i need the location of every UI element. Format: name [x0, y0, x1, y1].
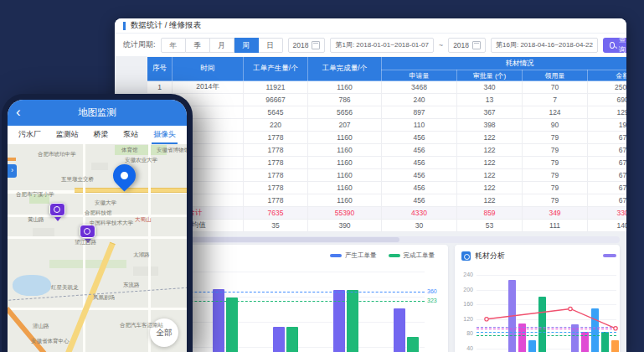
table-body: 12014年1192111603468340702506296667786240…: [147, 81, 627, 232]
chart-icon: [461, 251, 471, 261]
camera-marker[interactable]: [49, 203, 65, 216]
table-cell: 390: [308, 220, 382, 232]
table-cell: 330: [588, 207, 627, 220]
table-cell: 456: [382, 169, 457, 182]
col-header-created: 工单产生量/个: [244, 57, 308, 81]
phone-screen: ‹ 地图监测 污水厂 监测站 桥梁 泵站 摄像头: [8, 100, 187, 352]
table-cell: 1778: [244, 182, 308, 194]
map-canvas[interactable]: › 全部 合肥市琥珀中学体育馆安徽农业大学安徽省博物馆五里墩立交桥合肥市宁溪小学…: [8, 144, 187, 352]
table-cell: 122: [457, 144, 523, 157]
back-chevron-icon[interactable]: ‹: [16, 102, 21, 122]
subheader-amount: 金额: [588, 70, 627, 81]
table-cell: 456: [382, 144, 457, 157]
table-cell: 110: [382, 119, 457, 132]
legend-item-created[interactable]: 产生工单量: [330, 251, 377, 260]
period-option-week[interactable]: 周: [234, 38, 259, 53]
period-option-year[interactable]: 年: [161, 38, 186, 53]
tab-camera[interactable]: 摄像头: [152, 126, 178, 144]
legend-item-completed[interactable]: 完成工单量: [389, 251, 435, 260]
table-cell: 456: [382, 157, 457, 169]
table-cell: 1160: [308, 169, 382, 182]
consumables-chart-card: 耗材分析 2402001601208040: [455, 245, 620, 352]
end-year-value: 2018: [453, 41, 469, 49]
table-header-row: 序号 时间 工单产生量/个 工单完成量/个 耗材情况: [147, 57, 627, 70]
map-road-yellow: [75, 188, 187, 193]
end-week-input[interactable]: 第16周: 2018-04-16~2018-04-22: [491, 38, 598, 53]
page: 数据统计 / 维修报表 统计周期: 年 季 月 周 日 2018 第1周: 20…: [0, 0, 644, 352]
y-axis-tick-label: 200: [456, 287, 473, 292]
map-poi-label: 太湖路: [133, 251, 150, 259]
table-cell: 367: [457, 106, 523, 119]
map-poi-label: 合肥市琥珀中学: [38, 151, 76, 158]
consumables-chart-header: 耗材分析: [455, 245, 620, 261]
table-cell: 67: [588, 144, 627, 157]
table-cell: 13: [457, 94, 523, 106]
map-building-block: [133, 267, 158, 276]
y-axis-tick-label: 80: [456, 330, 473, 336]
table-cell: 5645: [244, 106, 308, 119]
period-option-quarter[interactable]: 季: [186, 38, 210, 53]
y-axis-tick-label: 40: [456, 345, 473, 351]
table-cell: 1778: [244, 132, 308, 144]
range-separator: ~: [439, 41, 443, 49]
table-cell: 129: [588, 106, 627, 119]
start-year-select[interactable]: 2018: [288, 38, 326, 53]
end-year-select[interactable]: 2018: [448, 38, 486, 53]
table-horizontal-scrollbar[interactable]: [121, 236, 620, 243]
breadcrumb-accent-bar: [123, 22, 126, 30]
total-row: 合计7635553904330859349330: [147, 207, 627, 220]
map-poi-label: 安徽省博物馆: [157, 147, 187, 154]
selected-location-pin[interactable]: [108, 159, 140, 191]
report-table: 序号 时间 工单产生量/个 工单完成量/个 耗材情况 申请量 审批量 (个) 领…: [147, 56, 626, 232]
subheader-issued: 领用量: [523, 70, 588, 81]
table-cell: 1160: [308, 194, 382, 207]
table-cell: 1160: [308, 144, 382, 157]
table-cell: 349: [523, 207, 588, 220]
reference-line-label: 323: [427, 298, 437, 303]
map-poi-label: 黄山路: [28, 216, 44, 224]
table-cell: 1160: [308, 182, 382, 194]
tab-pump-station[interactable]: 泵站: [121, 126, 140, 144]
bar-完成工单量: [226, 298, 238, 352]
table-cell: 79: [523, 144, 588, 157]
table-cell: 96667: [244, 94, 308, 106]
period-option-month[interactable]: 月: [210, 38, 234, 53]
start-week-input[interactable]: 第1周: 2018-01-01~2018-01-07: [330, 38, 433, 53]
table-cell: 122: [457, 157, 523, 169]
phone-tab-bar: 污水厂 监测站 桥梁 泵站 摄像头: [8, 126, 187, 144]
map-park-area: [49, 260, 126, 268]
calendar-icon: [312, 41, 320, 49]
map-poi-label: 凤凰剧场: [93, 294, 115, 302]
legend-swatch-completed: [389, 254, 400, 257]
table-cell: 140: [588, 220, 627, 232]
map-water-area: [13, 275, 51, 296]
bar-产生工单量: [394, 308, 405, 352]
trend-line: [477, 267, 616, 352]
map-poi-label: 望江西路: [75, 239, 96, 246]
subheader-requested: 申请量: [382, 70, 457, 81]
report-table-wrap: 序号 时间 工单产生量/个 工单完成量/个 耗材情况 申请量 审批量 (个) 领…: [147, 56, 626, 232]
table-cell: 35: [244, 220, 308, 232]
table-row: 7177811604561227967: [147, 157, 627, 169]
period-option-day[interactable]: 日: [259, 38, 283, 53]
table-cell: 3468: [382, 81, 457, 94]
right-plot: 2402001601208040: [477, 267, 616, 352]
table-row: 9177811604561227967: [147, 182, 627, 194]
tab-monitor-station[interactable]: 监测站: [54, 126, 80, 144]
table-row: 42202071103989019: [147, 119, 627, 132]
bar-产生工单量: [213, 289, 224, 352]
tab-sewage-plant[interactable]: 污水厂: [17, 126, 43, 144]
query-button[interactable]: 查询: [603, 38, 626, 53]
table-cell: 79: [523, 169, 588, 182]
table-cell: 786: [308, 94, 382, 106]
table-row: 356455656897367124129: [147, 106, 627, 119]
table-cell: 1778: [244, 157, 308, 169]
map-poi-label: 安徽省体育中心: [31, 338, 70, 345]
period-segmented-control: 年 季 月 周 日: [161, 38, 283, 53]
tab-bridge[interactable]: 桥梁: [91, 126, 110, 144]
table-row: 296667786240137690: [147, 94, 627, 106]
table-cell: 1160: [308, 81, 382, 94]
breadcrumb[interactable]: 数据统计 / 维修报表: [131, 20, 201, 31]
layer-expander-button[interactable]: ›: [8, 164, 17, 178]
table-cell: 1778: [244, 169, 308, 182]
